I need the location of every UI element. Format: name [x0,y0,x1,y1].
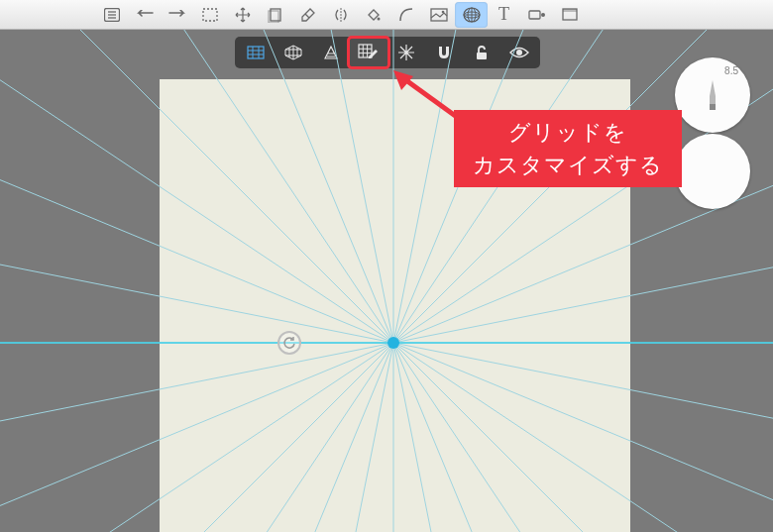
fill-tool-button[interactable] [357,2,389,28]
svg-rect-31 [477,53,487,59]
grid-customize-button[interactable] [350,39,387,66]
visibility-icon [509,46,529,59]
annotation-line1: グリッドを [508,116,627,149]
redo-icon [167,10,187,20]
rotate-icon [282,336,296,350]
selection-tool-icon [202,8,218,22]
record-tool-icon [528,9,546,21]
crop-tool-button[interactable] [259,2,291,28]
visibility-button[interactable] [500,39,538,66]
grid-snap-icon [397,44,415,61]
perspective-grid-icon [463,7,481,23]
grid-isometric-icon [283,44,303,61]
fullscreen-icon [562,8,578,21]
fill-tool-icon [366,7,382,23]
svg-point-18 [541,13,545,17]
layers-panel-button[interactable] [95,2,128,28]
grid-snap-button[interactable] [387,39,425,66]
reset-guide-button[interactable] [277,331,301,355]
curve-tool-button[interactable] [389,2,422,28]
grid-customize-icon [358,44,380,61]
grid-2d-icon [246,45,266,60]
annotation-line2: カスタマイズする [473,149,663,181]
main-toolbar: T [0,0,773,30]
brush-tip-icon [705,76,720,114]
crop-tool-icon [268,7,283,23]
magnet-icon [436,45,452,60]
curve-tool-icon [398,7,414,23]
perspective-grid-button[interactable] [455,2,488,28]
image-tool-icon [430,8,448,22]
svg-line-66 [403,78,461,120]
brush-size-widget[interactable]: 8.5 [675,57,750,209]
grid-isometric-button[interactable] [275,39,312,66]
symmetry-tool-icon [332,8,350,22]
vanishing-point-handle[interactable] [387,337,399,349]
eraser-tool-button[interactable] [291,2,324,28]
svg-rect-4 [203,9,217,21]
svg-rect-21 [248,47,264,58]
undo-button[interactable] [128,2,161,28]
redo-button[interactable] [161,2,193,28]
fullscreen-button[interactable] [553,2,586,28]
record-tool-button[interactable] [520,2,553,28]
transform-tool-button[interactable] [226,2,259,28]
svg-point-9 [377,17,380,20]
magnet-button[interactable] [425,39,463,66]
svg-rect-68 [710,104,716,110]
svg-line-7 [305,14,309,18]
svg-point-32 [516,50,522,55]
image-tool-button[interactable] [422,2,455,28]
grid-perspective-button[interactable] [312,39,350,66]
brush-size-value: 8.5 [724,65,738,76]
transform-tool-icon [235,7,251,23]
annotation-callout: グリッドを カスタマイズする [454,110,682,187]
grid-2d-button[interactable] [237,39,275,66]
layers-panel-icon [104,8,120,22]
grid-options-toolbar [235,37,540,68]
eraser-tool-icon [300,7,316,23]
symmetry-tool-button[interactable] [324,2,357,28]
lock-icon [474,45,490,60]
brush-size-dial[interactable]: 8.5 [675,57,750,133]
lock-button[interactable] [463,39,500,66]
grid-perspective-icon [321,45,341,60]
undo-icon [135,10,155,20]
svg-rect-17 [529,11,540,19]
brush-opacity-dial[interactable] [675,134,750,209]
text-tool-icon: T [498,4,509,25]
svg-point-11 [441,10,444,13]
svg-rect-10 [431,9,447,21]
text-tool-button[interactable]: T [488,2,520,28]
svg-rect-20 [563,9,577,12]
selection-tool-button[interactable] [193,2,226,28]
